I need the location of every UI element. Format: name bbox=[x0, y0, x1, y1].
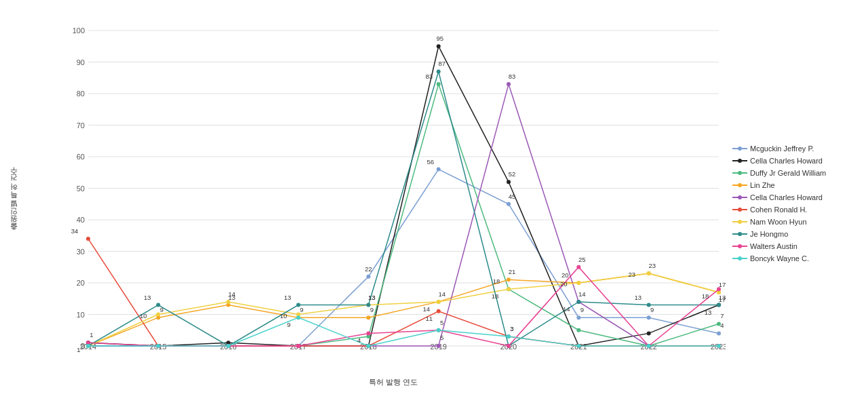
svg-point-39 bbox=[576, 315, 580, 319]
svg-text:14: 14 bbox=[438, 290, 446, 298]
svg-text:83: 83 bbox=[425, 73, 433, 80]
legend-label: Walters Austin bbox=[750, 242, 797, 250]
svg-point-50 bbox=[647, 331, 651, 335]
svg-point-48 bbox=[507, 180, 511, 184]
svg-text:9: 9 bbox=[160, 306, 163, 313]
svg-point-41 bbox=[717, 331, 721, 335]
svg-text:10: 10 bbox=[140, 312, 147, 319]
svg-text:14: 14 bbox=[578, 290, 586, 298]
svg-text:20: 20 bbox=[560, 280, 568, 288]
svg-point-202 bbox=[738, 256, 742, 260]
svg-point-126 bbox=[366, 344, 370, 348]
svg-point-82 bbox=[86, 237, 90, 241]
svg-point-97 bbox=[437, 300, 441, 304]
svg-text:18: 18 bbox=[702, 292, 709, 300]
svg-point-47 bbox=[437, 44, 441, 48]
legend: Mcguckin Jeffrey P. Cella Charles Howard… bbox=[732, 0, 868, 407]
svg-text:13: 13 bbox=[634, 294, 642, 301]
chart-svg: 0102030405060708090100201420152016201720… bbox=[61, 7, 726, 373]
svg-text:22: 22 bbox=[365, 265, 372, 273]
svg-point-188 bbox=[738, 171, 742, 175]
svg-text:87: 87 bbox=[438, 60, 446, 67]
chart-container: 출원인별 특허 건수 01020304050607080901002014201… bbox=[0, 0, 868, 407]
svg-point-127 bbox=[437, 328, 441, 332]
svg-point-186 bbox=[738, 159, 742, 163]
legend-item: Cella Charles Howard bbox=[732, 157, 868, 165]
legend-item: Cohen Ronald H. bbox=[732, 206, 868, 214]
svg-point-78 bbox=[507, 82, 511, 86]
svg-text:23: 23 bbox=[648, 262, 656, 269]
svg-point-192 bbox=[738, 195, 742, 199]
legend-label: Nam Woon Hyun bbox=[750, 218, 807, 226]
svg-point-128 bbox=[507, 334, 511, 338]
svg-text:95: 95 bbox=[436, 35, 443, 42]
svg-point-77 bbox=[437, 344, 441, 348]
legend-item: Cella Charles Howard bbox=[732, 193, 868, 201]
legend-item: Je Hongmo bbox=[732, 230, 868, 238]
svg-text:90: 90 bbox=[77, 58, 85, 66]
svg-text:4: 4 bbox=[357, 336, 361, 344]
svg-text:18: 18 bbox=[492, 292, 499, 300]
svg-text:9: 9 bbox=[287, 321, 290, 328]
svg-point-184 bbox=[738, 147, 742, 151]
svg-text:45: 45 bbox=[509, 193, 516, 200]
svg-point-40 bbox=[647, 315, 651, 319]
svg-text:13: 13 bbox=[368, 294, 376, 301]
legend-label: Cella Charles Howard bbox=[750, 193, 823, 201]
legend-item: Lin Zhe bbox=[732, 181, 868, 189]
svg-text:9: 9 bbox=[650, 306, 654, 313]
svg-point-68 bbox=[507, 277, 511, 282]
legend-item: Boncyk Wayne C. bbox=[732, 254, 868, 263]
svg-point-111 bbox=[717, 303, 721, 307]
svg-text:1: 1 bbox=[90, 331, 93, 338]
svg-text:52: 52 bbox=[509, 170, 516, 178]
svg-text:14: 14 bbox=[563, 305, 570, 313]
svg-text:70: 70 bbox=[77, 121, 85, 130]
svg-text:18: 18 bbox=[493, 277, 500, 285]
svg-text:20: 20 bbox=[77, 279, 85, 287]
svg-point-125 bbox=[296, 315, 300, 319]
legend-label: Cohen Ronald H. bbox=[750, 206, 807, 214]
svg-text:4: 4 bbox=[720, 322, 724, 329]
svg-text:10: 10 bbox=[280, 312, 288, 319]
svg-point-196 bbox=[738, 220, 742, 224]
svg-text:13: 13 bbox=[705, 309, 712, 316]
svg-text:17: 17 bbox=[719, 281, 726, 288]
svg-point-200 bbox=[738, 244, 742, 248]
svg-point-194 bbox=[738, 208, 742, 212]
legend-label: Lin Zhe bbox=[750, 181, 775, 189]
svg-text:9: 9 bbox=[580, 306, 584, 313]
svg-point-100 bbox=[647, 271, 651, 275]
chart-area: 0102030405060708090100201420152016201720… bbox=[27, 0, 732, 407]
svg-point-87 bbox=[437, 309, 441, 313]
svg-text:13: 13 bbox=[284, 294, 292, 301]
svg-text:56: 56 bbox=[427, 158, 434, 166]
svg-point-109 bbox=[576, 300, 580, 304]
svg-point-131 bbox=[717, 344, 721, 348]
svg-text:50: 50 bbox=[77, 185, 85, 193]
svg-point-124 bbox=[226, 344, 231, 348]
svg-point-59 bbox=[576, 328, 580, 332]
svg-point-98 bbox=[507, 287, 511, 291]
svg-text:34: 34 bbox=[71, 227, 79, 235]
svg-point-129 bbox=[576, 344, 580, 348]
legend-item: Mcguckin Jeffrey P. bbox=[732, 144, 868, 153]
legend-item: Nam Woon Hyun bbox=[732, 218, 868, 226]
svg-point-107 bbox=[437, 69, 441, 73]
svg-text:21: 21 bbox=[509, 268, 516, 275]
svg-point-130 bbox=[647, 344, 651, 348]
svg-text:60: 60 bbox=[77, 153, 85, 161]
svg-text:13: 13 bbox=[144, 294, 151, 301]
svg-text:14: 14 bbox=[228, 290, 235, 298]
svg-text:30: 30 bbox=[77, 248, 85, 256]
svg-text:40: 40 bbox=[77, 216, 85, 224]
legend-label: Je Hongmo bbox=[750, 230, 788, 238]
svg-point-198 bbox=[738, 232, 742, 236]
svg-text:80: 80 bbox=[77, 90, 85, 98]
svg-point-66 bbox=[366, 315, 370, 319]
svg-point-123 bbox=[156, 344, 160, 348]
svg-point-115 bbox=[296, 344, 300, 348]
svg-text:17: 17 bbox=[719, 296, 726, 303]
svg-text:23: 23 bbox=[628, 271, 635, 278]
svg-point-122 bbox=[86, 344, 90, 348]
